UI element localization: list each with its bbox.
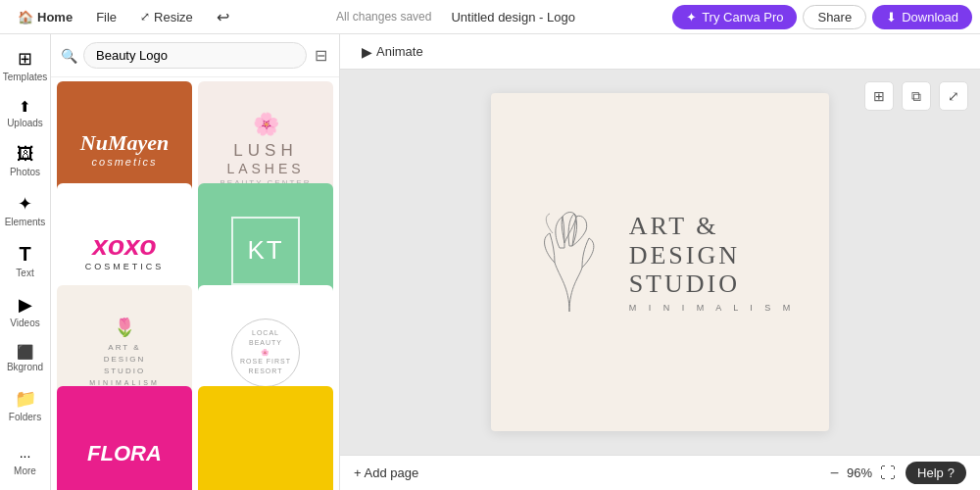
download-icon: ⬇ — [886, 10, 897, 24]
try-pro-button[interactable]: ✦ Try Canva Pro — [672, 5, 797, 29]
top-bar-left: 🏠 Home File ⤢ Resize ↩ — [8, 4, 239, 30]
canvas-main[interactable]: ⊞ ⧉ ⤢ — [340, 70, 980, 455]
top-bar-center: All changes saved Untitled design - Logo — [243, 10, 668, 24]
logo-flower-svg — [525, 209, 613, 317]
xoxo-sub: COSMETICS — [85, 262, 165, 271]
file-label: File — [96, 10, 117, 24]
art-title: ART &DESIGNSTUDIOMINIMALISM — [89, 342, 160, 389]
sidebar-item-folders[interactable]: 📁 Folders — [3, 382, 48, 428]
canvas-top-icons: ⊞ ⧉ ⤢ — [864, 81, 968, 111]
animate-icon: ▶ — [362, 44, 372, 60]
elements-icon: ✦ — [18, 193, 32, 215]
sidebar-item-templates[interactable]: ⊞ Templates — [3, 42, 48, 88]
zoom-out-button[interactable]: − — [828, 463, 841, 484]
download-label: Download — [902, 10, 958, 24]
add-page-label: + Add page — [354, 466, 418, 480]
template-card-pink[interactable]: FLORA — [57, 386, 192, 490]
filter-button[interactable]: ⊟ — [313, 44, 329, 67]
folders-label: Folders — [9, 412, 41, 422]
templates-icon: ⊞ — [18, 48, 32, 70]
sidebar-item-more[interactable]: ··· More — [3, 442, 48, 482]
photos-label: Photos — [10, 167, 40, 177]
sidebar-item-videos[interactable]: ▶ Videos — [3, 288, 48, 334]
search-bar: 🔍 ⊟ — [51, 34, 339, 77]
sidebar-item-uploads[interactable]: ⬆ Uploads — [3, 92, 48, 134]
sidebar-item-text[interactable]: T Text — [3, 237, 48, 284]
local-text: LOCALBEAUTY🌸ROSE FIRST RESORT — [240, 328, 291, 376]
numayen-brand: NuMayen — [80, 130, 169, 156]
canvas-toolbar: ▶ Animate — [340, 34, 980, 70]
share-button[interactable]: Share — [803, 5, 866, 29]
videos-icon: ▶ — [19, 294, 32, 316]
document-title: Untitled design - Logo — [451, 10, 574, 24]
pink-text: FLORA — [87, 441, 162, 466]
logo-art-text: ART & — [629, 212, 719, 240]
background-icon: ⬛ — [17, 344, 33, 360]
videos-label: Videos — [10, 318, 39, 328]
zoom-controls: − 96% ⛶ — [828, 463, 898, 484]
add-page-button[interactable]: + Add page — [354, 466, 418, 480]
resize-icon: ⤢ — [140, 10, 150, 24]
template-card-holly[interactable]: Holly's — [198, 386, 333, 490]
download-button[interactable]: ⬇ Download — [872, 5, 972, 29]
logo-content: ART & DESIGN STUDIO M I N I M A L I S M — [525, 209, 796, 317]
file-button[interactable]: File — [86, 6, 126, 28]
home-button[interactable]: 🏠 Home — [8, 6, 82, 28]
search-icon: 🔍 — [61, 48, 77, 64]
sidebar-item-elements[interactable]: ✦ Elements — [3, 187, 48, 233]
search-input[interactable] — [83, 42, 307, 69]
undo-button[interactable]: ↩ — [207, 4, 239, 30]
share-label: Share — [817, 10, 852, 24]
bottom-right: − 96% ⛶ Help ? — [828, 462, 966, 484]
numayen-sub: cosmetics — [92, 156, 158, 168]
top-bar: 🏠 Home File ⤢ Resize ↩ All changes saved… — [0, 0, 980, 34]
text-label: Text — [16, 268, 33, 278]
try-pro-label: Try Canva Pro — [702, 10, 783, 24]
more-icon: ··· — [20, 448, 31, 464]
folders-icon: 📁 — [15, 388, 36, 410]
home-label: Home — [37, 10, 73, 24]
top-bar-right: ✦ Try Canva Pro Share ⬇ Download — [672, 5, 972, 29]
elements-label: Elements — [5, 217, 46, 227]
main-area: ⊞ Templates ⬆ Uploads 🖼 Photos ✦ Element… — [0, 34, 980, 490]
logo-studio-text: STUDIO — [629, 270, 740, 298]
autosave-status: All changes saved — [336, 10, 431, 24]
more-label: More — [14, 466, 36, 476]
animate-button[interactable]: ▶ Animate — [350, 40, 435, 64]
copy-button[interactable]: ⧉ — [902, 81, 931, 111]
logo-art: ART & DESIGN STUDIO — [629, 212, 796, 300]
help-button[interactable]: Help ? — [906, 462, 966, 484]
lush-flower: 🌸 — [253, 112, 279, 137]
photos-icon: 🖼 — [17, 144, 34, 165]
grid-view-button[interactable]: ⊞ — [864, 81, 894, 111]
lush-title: LUSH — [233, 141, 297, 161]
canvas-frame: ART & DESIGN STUDIO M I N I M A L I S M — [491, 93, 829, 431]
text-icon: T — [19, 243, 30, 266]
templates-grid: NuMayen cosmetics 🌸 LUSH LASHES BEAUTY C… — [51, 77, 339, 490]
uploads-label: Uploads — [7, 118, 43, 128]
kt-box: KT — [231, 217, 300, 285]
expand-button[interactable]: ⤢ — [939, 81, 968, 111]
zoom-in-button[interactable]: ⛶ — [878, 463, 898, 484]
logo-design-text: DESIGN — [629, 241, 740, 270]
templates-panel: 🔍 ⊟ NuMayen cosmetics 🌸 LUSH LASHES BEAU… — [51, 34, 340, 490]
resize-button[interactable]: ⤢ Resize — [130, 6, 203, 28]
help-label: Help — [917, 466, 944, 480]
question-icon: ? — [948, 466, 955, 480]
sidebar-item-photos[interactable]: 🖼 Photos — [3, 138, 48, 183]
art-flower: 🌷 — [114, 317, 135, 338]
canvas-area: ▶ Animate ⊞ ⧉ ⤢ — [340, 34, 980, 490]
star-icon: ✦ — [686, 10, 697, 24]
uploads-icon: ⬆ — [19, 98, 31, 116]
animate-label: Animate — [376, 44, 423, 59]
resize-label: Resize — [154, 10, 193, 24]
zoom-level: 96% — [847, 466, 872, 480]
templates-label: Templates — [3, 72, 48, 82]
background-label: Bkgrond — [7, 362, 43, 372]
xoxo-main: xoxo — [92, 230, 156, 262]
sidebar-item-background[interactable]: ⬛ Bkgrond — [3, 338, 48, 378]
lush-sub: LASHES — [226, 161, 304, 176]
home-icon: 🏠 — [18, 10, 33, 24]
logo-minimalism: M I N I M A L I S M — [629, 303, 796, 313]
canvas-bottom-bar: + Add page − 96% ⛶ Help ? — [340, 455, 980, 490]
